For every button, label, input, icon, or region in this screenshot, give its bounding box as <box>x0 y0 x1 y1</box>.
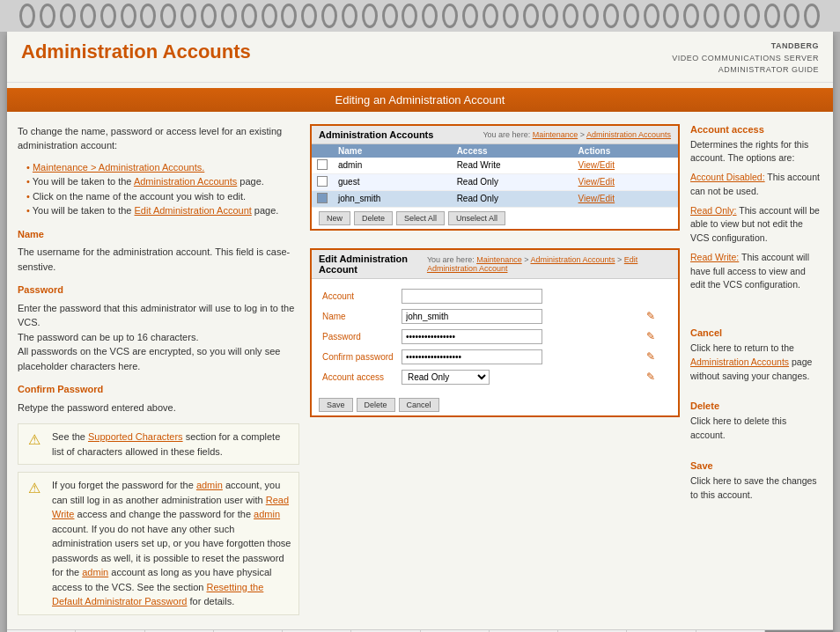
step-4-link[interactable]: Edit Administration Account <box>135 205 252 216</box>
spiral-ring <box>201 4 217 28</box>
supported-chars-text: See the Supported Characters section for… <box>52 430 293 459</box>
step-1-link[interactable]: Maintenance > Administration Accounts. <box>33 162 204 173</box>
header-brand: TANDBERG VIDEO COMMUNICATIONS SERVER ADM… <box>672 40 819 77</box>
cancel-desc: Click here to return to the Administrati… <box>690 342 822 383</box>
input-confirm-password[interactable] <box>402 349 542 364</box>
field-password: Password ✎ <box>319 327 671 347</box>
spiral-ring <box>121 4 136 28</box>
option-readonly-label: Read Only: <box>690 205 737 216</box>
password-text2: The password can be up to 16 characters. <box>18 330 299 345</box>
accounts-table-window: Administration Accounts You are here: Ma… <box>310 124 680 231</box>
breadcrumb-edit-maintenance[interactable]: Maintenance <box>476 255 522 264</box>
save-section: Save Click here to save the changes to t… <box>690 460 822 503</box>
input-account[interactable] <box>402 289 542 304</box>
right-column: Account access Determines the rights for… <box>690 124 822 615</box>
edit-form: Account Name ✎ Password <box>312 279 678 394</box>
confirm-text: Retype the password entered above. <box>18 401 299 415</box>
col-actions: Actions <box>573 144 678 158</box>
spiral-ring <box>60 4 76 28</box>
col-name: Name <box>333 144 452 158</box>
table-row: admin Read Write View/Edit <box>312 158 678 174</box>
edit-window-title: Edit Administration Account <box>319 254 427 275</box>
save-button[interactable]: Save <box>319 398 353 412</box>
cancel-section: Cancel Click here to return to the Admin… <box>690 327 822 383</box>
spiral-ring <box>523 4 539 28</box>
breadcrumb-maintenance[interactable]: Maintenance <box>533 130 578 139</box>
spiral-ring <box>100 4 116 28</box>
spiral-ring <box>362 4 378 28</box>
row-access: Read Only <box>452 173 573 190</box>
accounts-table-title: Administration Accounts <box>319 129 433 140</box>
confirm-heading: Confirm Password <box>18 382 299 397</box>
spiral-binding <box>0 0 840 32</box>
row-checkbox[interactable] <box>317 159 328 170</box>
spiral-ring <box>483 4 498 28</box>
admin-link3[interactable]: admin <box>82 567 108 577</box>
save-desc: Click here to save the changes to this a… <box>690 474 822 503</box>
input-name[interactable] <box>402 309 542 324</box>
brand-sub: VIDEO COMMUNICATIONS SERVER <box>672 53 819 65</box>
row-name: admin <box>333 158 452 174</box>
row-checkbox-checked[interactable] <box>317 193 328 203</box>
accounts-table-breadcrumb: You are here: Maintenance > Administrati… <box>483 130 671 139</box>
delete-form-button[interactable]: Delete <box>357 398 395 412</box>
reset-link[interactable]: Resetting the Default Administrator Pass… <box>52 582 263 607</box>
cancel-accounts-link[interactable]: Administration Accounts <box>690 356 789 367</box>
spiral-ring <box>442 4 458 28</box>
row-action-link[interactable]: View/Edit <box>578 177 615 187</box>
accounts-table-header: Administration Accounts You are here: Ma… <box>312 126 678 144</box>
row-access: Read Write <box>452 158 573 174</box>
unselect-all-button[interactable]: Unselect All <box>448 211 505 225</box>
table-row: guest Read Only View/Edit <box>312 173 678 190</box>
step-4: You will be taken to the Edit Administra… <box>26 203 299 218</box>
breadcrumb-edit-accounts[interactable]: Administration Accounts <box>530 255 615 264</box>
admin-warning: ⚠ If you forget the password for the adm… <box>18 472 299 615</box>
spiral-ring <box>140 4 156 28</box>
delete-button[interactable]: Delete <box>354 211 393 225</box>
spiral-ring <box>542 4 558 28</box>
step-2-link[interactable]: Administration Accounts <box>134 176 237 187</box>
select-all-button[interactable]: Select All <box>396 211 445 225</box>
option-read-write: Read Write: This account will have full … <box>690 251 822 292</box>
label-account-access: Account access <box>319 367 398 387</box>
spiral-ring <box>80 4 96 28</box>
option-read-only: Read Only: This account will be able to … <box>690 204 822 246</box>
password-text1: Enter the password that this administrat… <box>18 301 299 330</box>
section-banner: Editing an Administration Account <box>7 88 833 112</box>
field-name: Name ✎ <box>319 306 671 327</box>
delete-title: Delete <box>690 401 822 411</box>
spiral-ring <box>583 4 599 28</box>
option-disabled-label: Account Disabled: <box>690 172 765 182</box>
admin-link2[interactable]: admin <box>254 509 280 519</box>
center-column: Administration Accounts You are here: Ma… <box>310 124 680 615</box>
row-checkbox[interactable] <box>317 176 328 187</box>
label-account: Account <box>319 286 398 306</box>
row-name: guest <box>333 173 452 190</box>
delete-section: Delete Click here to delete this account… <box>690 401 822 443</box>
select-account-access[interactable]: Account Disabled Read Only Read Only Rea… <box>402 370 490 385</box>
label-confirm-password: Confirm password <box>319 347 398 367</box>
admin-link1[interactable]: admin <box>196 480 223 490</box>
page: Administration Accounts TANDBERG VIDEO C… <box>7 32 833 632</box>
spiral-ring <box>744 4 760 28</box>
input-password[interactable] <box>402 329 542 344</box>
steps-list: Maintenance > Administration Accounts. Y… <box>18 160 299 218</box>
row-action-link[interactable]: View/Edit <box>578 160 615 170</box>
cancel-button[interactable]: Cancel <box>399 398 439 412</box>
bottom-tabs: Introduction Getting Started Overview an… <box>7 629 833 633</box>
table-row-selected: john_smith Read Only View/Edit <box>312 190 678 207</box>
step-1: Maintenance > Administration Accounts. <box>26 160 299 175</box>
cancel-title: Cancel <box>690 327 822 338</box>
edit-window-header: Edit Administration Account You are here… <box>312 250 678 279</box>
breadcrumb-accounts[interactable]: Administration Accounts <box>586 130 671 139</box>
page-header: Administration Accounts TANDBERG VIDEO C… <box>7 32 833 83</box>
row-action-link[interactable]: View/Edit <box>578 194 615 203</box>
table-actions: New Delete Select All Unselect All <box>312 208 678 229</box>
brand-name: TANDBERG <box>672 40 819 53</box>
col-check <box>312 144 333 158</box>
accounts-table: Name Access Actions admin Read Write Vie… <box>312 144 678 208</box>
spiral-ring <box>644 4 659 28</box>
field-account: Account <box>319 286 671 306</box>
supported-chars-link[interactable]: Supported Characters <box>88 431 183 442</box>
new-button[interactable]: New <box>319 211 350 225</box>
